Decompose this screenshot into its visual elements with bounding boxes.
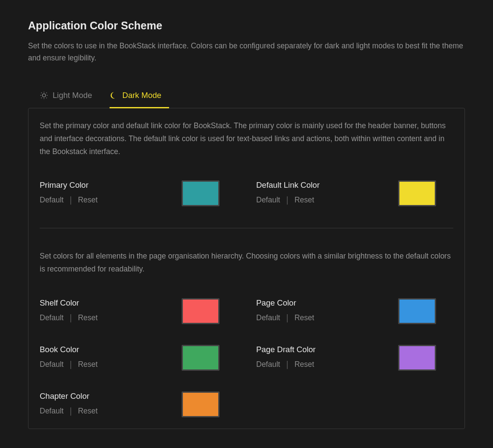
tab-light-mode[interactable]: Light Mode [40,85,100,108]
separator: | [69,406,72,416]
color-row-primary: Primary Color Default | Reset [40,180,237,206]
primary-default-link[interactable]: Default [40,196,63,205]
separator: | [286,360,288,369]
page-color-label: Page Color [256,298,314,308]
primary-color-swatch[interactable] [182,180,220,206]
color-row-link: Default Link Color Default | Reset [256,180,453,206]
panel-description-top: Set the primary color and default link c… [40,120,453,158]
color-row-shelf: Shelf Color Default | Reset [40,298,237,324]
svg-line-4 [46,98,47,98]
panel-description-bottom: Set colors for all elements in the page … [40,250,453,276]
primary-color-label: Primary Color [40,180,97,190]
page-color-swatch[interactable] [398,298,436,324]
link-reset-link[interactable]: Reset [295,196,314,205]
settings-panel: Set the primary color and default link c… [28,108,465,429]
color-row-book: Book Color Default | Reset [40,345,237,371]
separator: | [69,360,72,369]
link-default-link[interactable]: Default [256,196,280,205]
link-color-swatch[interactable] [398,180,436,206]
draft-reset-link[interactable]: Reset [295,360,314,369]
shelf-default-link[interactable]: Default [40,313,63,322]
page-default-link[interactable]: Default [256,313,280,322]
svg-line-7 [41,98,42,98]
separator: | [69,313,72,323]
book-reset-link[interactable]: Reset [78,360,98,369]
chapter-default-link[interactable]: Default [40,407,63,416]
book-color-label: Book Color [40,345,97,354]
separator: | [286,313,288,323]
chapter-color-label: Chapter Color [40,391,97,401]
svg-point-0 [42,94,46,97]
color-row-draft: Page Draft Color Default | Reset [256,345,453,371]
link-color-label: Default Link Color [256,180,320,190]
chapter-color-swatch[interactable] [182,391,220,417]
primary-reset-link[interactable]: Reset [78,196,98,205]
svg-line-3 [41,93,42,93]
sun-icon [40,91,48,100]
tab-dark-mode[interactable]: Dark Mode [110,85,169,108]
page-description: Set the colors to use in the BookStack i… [28,40,465,64]
book-default-link[interactable]: Default [40,360,63,369]
shelf-color-swatch[interactable] [182,298,220,324]
tab-light-label: Light Mode [53,91,92,100]
shelf-color-label: Shelf Color [40,298,97,308]
draft-default-link[interactable]: Default [256,360,280,369]
svg-line-8 [46,93,47,93]
section-divider [40,228,453,228]
draft-color-label: Page Draft Color [256,345,316,354]
book-color-swatch[interactable] [182,345,220,371]
tab-dark-label: Dark Mode [122,91,161,100]
moon-icon [110,91,118,100]
page-title: Application Color Scheme [28,19,465,32]
page-reset-link[interactable]: Reset [295,313,314,322]
color-row-chapter: Chapter Color Default | Reset [40,391,237,417]
mode-tabs: Light Mode Dark Mode [28,85,465,108]
draft-color-swatch[interactable] [398,345,436,371]
shelf-reset-link[interactable]: Reset [78,313,98,322]
chapter-reset-link[interactable]: Reset [78,407,98,416]
color-row-page: Page Color Default | Reset [256,298,453,324]
separator: | [286,195,288,205]
separator: | [69,195,72,205]
